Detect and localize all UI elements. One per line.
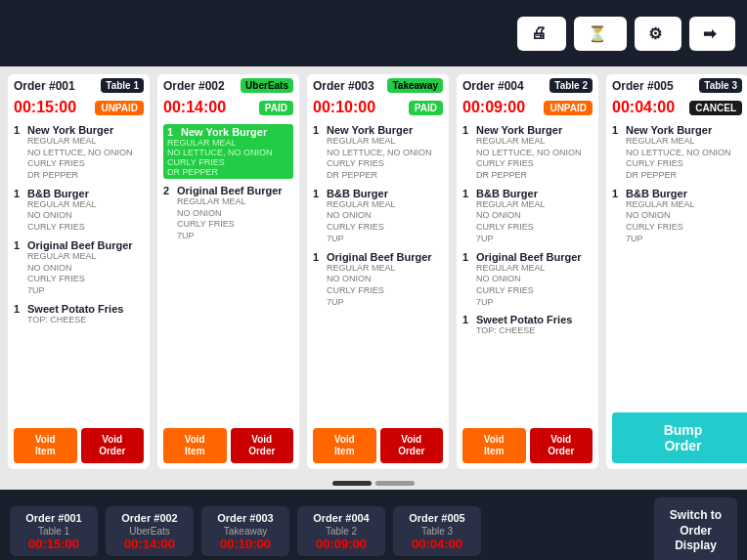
- order-card-3: Order #003 Takeaway 00:10:00 PAID 1 New …: [307, 74, 449, 469]
- order-timer-row-2: 00:14:00 PAID: [157, 97, 299, 120]
- order-header-2: Order #002 UberEats: [157, 74, 299, 97]
- bottom-source-2: UberEats: [113, 526, 186, 537]
- order-items-1: 1 New York Burger REGULAR MEALNO LETTUCE…: [8, 120, 150, 424]
- void-item-button-1[interactable]: VoidItem: [14, 428, 77, 463]
- order-items-5: 1 New York Burger REGULAR MEALNO LETTUCE…: [606, 120, 747, 409]
- item-qty: 1: [313, 124, 323, 136]
- bump-order-button-5[interactable]: Bump Order: [612, 412, 747, 463]
- void-order-button-2[interactable]: VoidOrder: [231, 428, 294, 463]
- order-items-3: 1 New York Burger REGULAR MEALNO LETTUCE…: [307, 120, 449, 424]
- bottom-order-num-5: Order #005: [401, 511, 473, 525]
- order-timer-3: 00:10:00: [313, 99, 375, 116]
- item-highlight-2-1: 1 New York Burger REGULAR MEALNO LETTUCE…: [163, 124, 293, 179]
- order-num-3: Order #003: [313, 79, 374, 93]
- void-order-button-3[interactable]: VoidOrder: [380, 428, 444, 463]
- logout-button[interactable]: ➡: [689, 17, 735, 51]
- item-qty: 1: [167, 126, 177, 138]
- clocking-button[interactable]: ⏳: [574, 17, 627, 51]
- item-qty: 1: [14, 124, 23, 136]
- bottom-source-4: Table 2: [305, 526, 377, 537]
- order-item-4-1: 1 New York Burger REGULAR MEALNO LETTUCE…: [462, 124, 593, 182]
- orders-row: Order #001 Table 1 00:15:00 UNPAID 1 New…: [8, 74, 739, 469]
- order-card-4: Order #004 Table 2 00:09:00 UNPAID 1 New…: [457, 74, 598, 469]
- order-actions-1: VoidItem VoidOrder: [8, 424, 150, 469]
- order-source-1: Table 1: [101, 78, 144, 93]
- order-timer-4: 00:09:00: [462, 99, 525, 116]
- order-status-2: PAID: [259, 101, 293, 115]
- item-name: New York Burger: [476, 124, 562, 136]
- item-desc: REGULAR MEALNO ONIONCURLY FRIES7UP: [462, 263, 593, 309]
- order-item-5-2: 1 B&B Burger REGULAR MEALNO ONIONCURLY F…: [612, 188, 742, 245]
- item-name: B&B Burger: [626, 188, 687, 199]
- void-item-button-2[interactable]: VoidItem: [163, 428, 227, 463]
- order-source-3: Takeaway: [387, 78, 443, 93]
- item-qty: 1: [612, 124, 622, 136]
- bottom-timer-4: 00:09:00: [305, 537, 377, 551]
- item-desc: REGULAR MEALNO LETTUCE, NO ONIONCURLY FR…: [313, 136, 443, 182]
- order-source-4: Table 2: [549, 78, 593, 93]
- order-actions-4: VoidItem VoidOrder: [457, 424, 598, 469]
- item-desc: REGULAR MEALNO LETTUCE, NO ONIONCURLY FR…: [462, 136, 593, 182]
- item-qty: 1: [14, 303, 23, 315]
- order-num-4: Order #004: [462, 79, 524, 93]
- order-timer-row-3: 00:10:00 PAID: [307, 97, 449, 120]
- bottom-timer-5: 00:04:00: [401, 537, 473, 551]
- item-name: B&B Burger: [327, 188, 388, 199]
- till-icon: 🖨: [531, 24, 547, 42]
- void-item-button-4[interactable]: VoidItem: [462, 428, 526, 463]
- bottom-order-card-3[interactable]: Order #003 Takeaway 00:10:00: [201, 506, 289, 555]
- item-desc: REGULAR MEALNO ONIONCURLY FRIES: [14, 199, 144, 234]
- order-card-5: Order #005 Table 3 00:04:00 CANCEL 1 New…: [606, 74, 747, 469]
- till-button[interactable]: 🖨: [517, 17, 566, 51]
- item-desc: REGULAR MEALNO ONIONCURLY FRIES7UP: [612, 199, 742, 245]
- order-status-5: CANCEL: [689, 101, 742, 115]
- item-desc: REGULAR MEALNO ONIONCURLY FRIES7UP: [462, 199, 593, 245]
- order-source-5: Table 3: [699, 78, 742, 93]
- bottom-source-1: Table 1: [18, 526, 90, 537]
- order-item-4-2: 1 B&B Burger REGULAR MEALNO ONIONCURLY F…: [462, 188, 593, 245]
- header-buttons: 🖨 ⏳ ⚙ ➡: [517, 17, 735, 51]
- order-items-4: 1 New York Burger REGULAR MEALNO LETTUCE…: [457, 120, 598, 424]
- item-qty: 1: [313, 251, 323, 263]
- bottom-source-3: Takeaway: [209, 526, 282, 537]
- order-item-1-3: 1 Original Beef Burger REGULAR MEALNO ON…: [14, 239, 144, 297]
- bottom-order-num-1: Order #001: [18, 511, 90, 525]
- order-timer-row-5: 00:04:00 CANCEL: [606, 97, 747, 120]
- admin-button[interactable]: ⚙: [635, 17, 681, 51]
- order-actions-2: VoidItem VoidOrder: [157, 424, 299, 469]
- item-name: Original Beef Burger: [27, 239, 133, 251]
- scroll-indicator: [0, 477, 747, 490]
- order-status-3: PAID: [409, 101, 443, 115]
- order-header-4: Order #004 Table 2: [457, 74, 598, 97]
- order-item-4-3: 1 Original Beef Burger REGULAR MEALNO ON…: [462, 251, 593, 309]
- item-desc: REGULAR MEALNO LETTUCE, NO ONIONCURLY FR…: [612, 136, 742, 182]
- bottom-order-card-5[interactable]: Order #005 Table 3 00:04:00: [393, 506, 481, 555]
- order-item-3-3: 1 Original Beef Burger REGULAR MEALNO ON…: [313, 251, 443, 309]
- bottom-order-card-2[interactable]: Order #002 UberEats 00:14:00: [106, 506, 194, 555]
- item-desc: REGULAR MEALNO LETTUCE, NO ONIONCURLY FR…: [14, 136, 144, 182]
- order-items-2: 1 New York Burger REGULAR MEALNO LETTUCE…: [157, 120, 299, 424]
- bottom-source-5: Table 3: [401, 526, 473, 537]
- order-num-5: Order #005: [612, 79, 674, 93]
- void-item-button-3[interactable]: VoidItem: [313, 428, 376, 463]
- order-item-5-1: 1 New York Burger REGULAR MEALNO LETTUCE…: [612, 124, 742, 182]
- item-qty: 1: [462, 251, 472, 263]
- item-desc: REGULAR MEALNO ONIONCURLY FRIES7UP: [14, 251, 144, 297]
- item-name: New York Burger: [181, 126, 267, 138]
- void-order-button-1[interactable]: VoidOrder: [81, 428, 145, 463]
- order-num-1: Order #001: [14, 79, 75, 93]
- void-order-button-4[interactable]: VoidOrder: [530, 428, 593, 463]
- order-item-1-2: 1 B&B Burger REGULAR MEALNO ONIONCURLY F…: [14, 188, 144, 234]
- bottom-timer-2: 00:14:00: [113, 537, 186, 551]
- bottom-order-card-4[interactable]: Order #004 Table 2 00:09:00: [297, 506, 385, 555]
- item-qty: 1: [313, 188, 323, 199]
- bottom-order-card-1[interactable]: Order #001 Table 1 00:15:00: [10, 506, 98, 555]
- item-name: New York Burger: [626, 124, 712, 136]
- bottom-order-num-2: Order #002: [113, 511, 186, 525]
- item-name: Original Beef Burger: [177, 185, 283, 196]
- item-name: Original Beef Burger: [327, 251, 432, 263]
- item-name: New York Burger: [327, 124, 413, 136]
- order-item-4-4: 1 Sweet Potato Fries TOP: CHEESE: [462, 314, 593, 337]
- switch-to-order-display-button[interactable]: Switch to Order Display: [654, 497, 737, 561]
- order-source-2: UberEats: [241, 78, 293, 93]
